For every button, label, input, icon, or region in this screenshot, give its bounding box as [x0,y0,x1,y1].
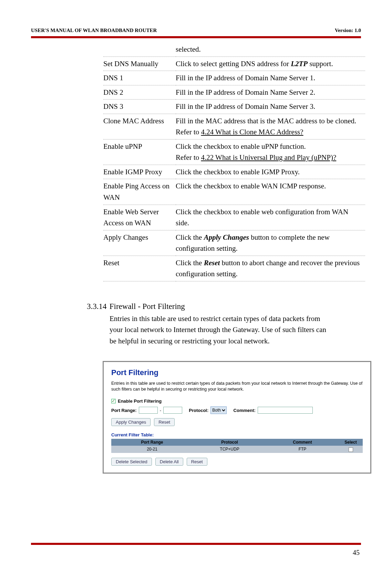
th-select: Select [339,439,363,446]
definition-term: DNS 3 [103,100,176,114]
definition-description: Click the checkbox to enable IGMP Proxy. [176,165,365,179]
definition-description: Click the Reset button to abort change a… [176,256,365,281]
cross-reference-link[interactable]: 4.24 What is Clone MAC Address? [201,128,303,136]
definition-description: Fill in the IP address of Domain Name Se… [176,71,365,85]
port-range-label: Port Range: [111,408,137,413]
table-row: Apply ChangesClick the Apply Changes but… [103,230,365,256]
filter-table-title: Current Filter Table: [111,432,363,437]
port-range-dash: - [160,408,161,413]
definition-term: Clone MAC Address [103,114,176,139]
filter-table-header-row: Port Range Protocol Comment Select [111,439,363,446]
comment-label: Comment: [234,408,256,413]
section-heading: 3.3.14 Firewall - Port Filtering [87,302,361,311]
definitions-table: selected.Set DNS ManuallyClick to select… [103,42,365,281]
definition-description: Click the checkbox to enable uPNP functi… [176,139,365,165]
protocol-select[interactable]: Both [210,406,227,414]
td-port-range: 20-21 [111,446,193,453]
section-number: 3.3.14 [87,302,107,311]
definition-term: Enable uPNP [103,139,176,165]
delete-selected-button[interactable]: Delete Selected [111,458,152,466]
page-header: USER'S MANUAL OF WLAN BROADBAND ROUTER V… [31,28,361,36]
definition-description: Click the checkbox to enable web configu… [176,205,365,230]
table-row: DNS 1Fill in the IP address of Domain Na… [103,71,365,85]
table-row: ResetClick the Reset button to abort cha… [103,256,365,281]
th-port-range: Port Range [111,439,193,446]
protocol-label: Protocol: [189,408,208,413]
table-row: Enable IGMP ProxyClick the checkbox to e… [103,165,365,179]
definition-term: Set DNS Manually [103,56,176,71]
footer-accent-bar [31,543,361,545]
td-comment: FTP [266,446,339,453]
definition-description: Click to select getting DNS address for … [176,56,365,71]
definition-term: Reset [103,256,176,281]
comment-input[interactable] [258,407,313,414]
table-row: DNS 2Fill in the IP address of Domain Na… [103,85,365,100]
th-comment: Comment [266,439,339,446]
page-number: 45 [353,549,360,557]
table-row: Set DNS ManuallyClick to select getting … [103,56,365,71]
td-protocol: TCP+UDP [193,446,266,453]
cross-reference-link[interactable]: 4.22 What is Universal Plug and Play (uP… [201,153,336,162]
table-row: Enable Ping Access on WANClick the check… [103,179,365,205]
apply-button-row: Apply Changes Reset [111,418,363,426]
definition-description: selected. [176,42,365,56]
section-title: Firewall - Port Filtering [110,302,185,311]
th-protocol: Protocol [193,439,266,446]
filter-table: Port Range Protocol Comment Select 20-21… [111,439,363,453]
definition-term: Enable IGMP Proxy [103,165,176,179]
enable-row: Enable Port Filtering [111,399,363,404]
header-right: Version: 1.0 [335,28,361,33]
table-row: Enable uPNPClick the checkbox to enable … [103,139,365,165]
table-row: Enable Web Server Access on WANClick the… [103,205,365,230]
inline-emphasis: L2TP [291,60,308,68]
definition-term: Enable Ping Access on WAN [103,179,176,205]
definition-description: Fill in the MAC address that is the MAC … [176,114,365,139]
table-row: Clone MAC AddressFill in the MAC address… [103,114,365,139]
definition-term: Enable Web Server Access on WAN [103,205,176,230]
definition-description: Fill in the IP address of Domain Name Se… [176,85,365,100]
delete-button-row: Delete Selected Delete All Reset [111,458,363,466]
definition-term [103,42,176,56]
apply-changes-button[interactable]: Apply Changes [111,418,151,426]
header-accent-bar [31,36,361,38]
enable-port-filtering-checkbox[interactable] [111,399,116,403]
reset-button-2[interactable]: Reset [187,458,207,466]
definition-description: Fill in the IP address of Domain Name Se… [176,100,365,114]
row-select-checkbox[interactable] [349,447,353,452]
definition-term: DNS 1 [103,71,176,85]
definition-term: Apply Changes [103,230,176,256]
inline-emphasis: Apply Changes [204,233,249,241]
port-range-from-input[interactable] [139,407,158,414]
definition-term: DNS 2 [103,85,176,100]
panel-title: Port Filtering [111,368,363,377]
table-row: DNS 3Fill in the IP address of Domain Na… [103,100,365,114]
filter-input-row: Port Range: - Protocol: Both Comment: [111,406,363,414]
definition-description: Click the checkbox to enable WAN ICMP re… [176,179,365,205]
port-filtering-panel: Port Filtering Entries in this table are… [103,361,371,473]
table-row: selected. [103,42,365,56]
inline-emphasis: Reset [204,259,220,267]
port-range-to-input[interactable] [163,407,182,414]
delete-all-button[interactable]: Delete All [155,458,183,466]
td-select [339,446,363,453]
definition-description: Click the Apply Changes button to comple… [176,230,365,256]
table-row: 20-21 TCP+UDP FTP [111,446,363,453]
panel-description: Entries in this table are used to restri… [111,381,363,392]
header-left: USER'S MANUAL OF WLAN BROADBAND ROUTER [31,28,157,33]
section-intro: Entries in this table are used to restri… [110,313,330,347]
reset-button[interactable]: Reset [154,418,175,426]
enable-port-filtering-label: Enable Port Filtering [118,399,162,404]
